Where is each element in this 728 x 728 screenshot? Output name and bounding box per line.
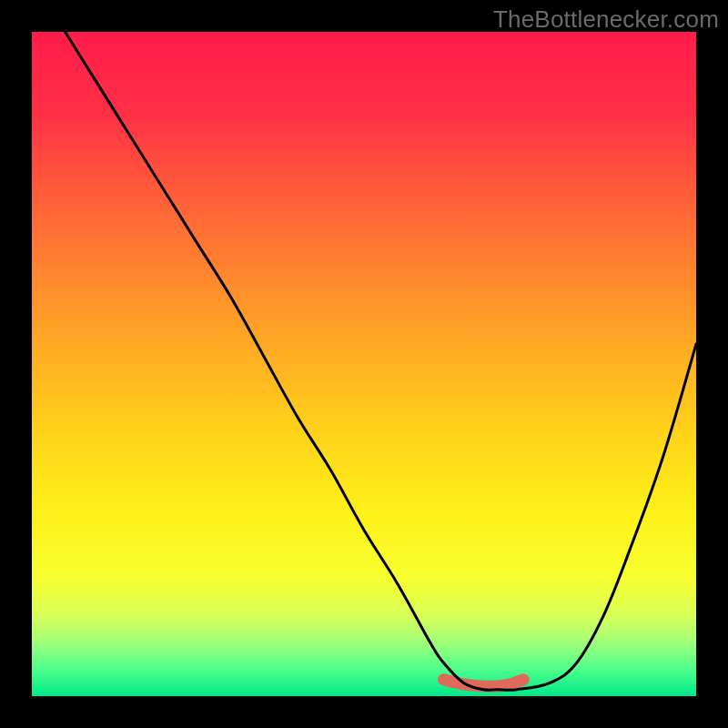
chart-plot-area [32,32,696,696]
chart-lines [32,32,696,696]
chart-frame [32,32,696,696]
optimal-zone-highlight [444,680,524,687]
watermark-text: TheBottlenecker.com [493,5,719,34]
bottleneck-curve [66,32,697,690]
